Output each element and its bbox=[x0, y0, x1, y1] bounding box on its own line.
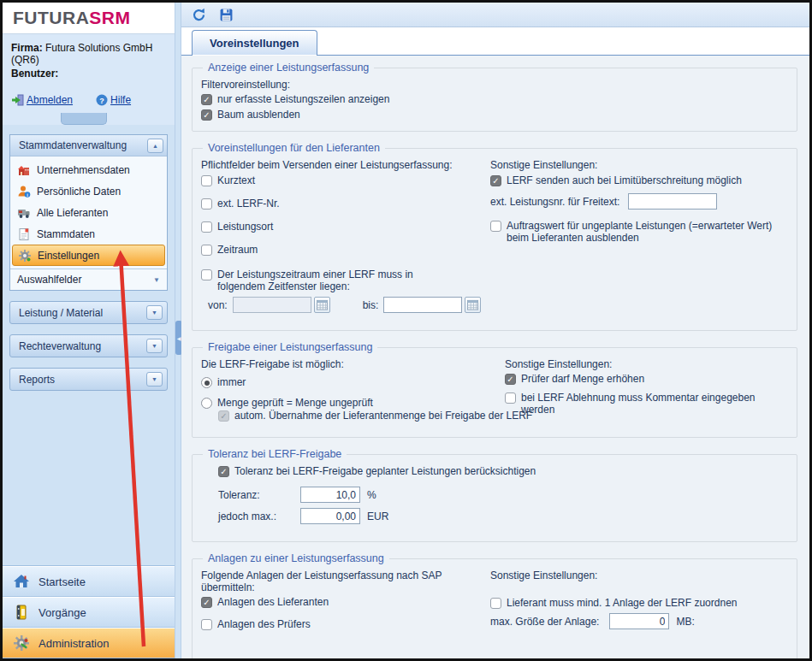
sidebar-item-alle-lieferanten[interactable]: Alle Lieferanten bbox=[12, 202, 165, 223]
group-label: Reports bbox=[19, 374, 55, 386]
sidebar-item-startseite[interactable]: Startseite bbox=[3, 566, 175, 597]
autom-uebernahme-label: autom. Übernahme der Lieferantenmenge be… bbox=[234, 410, 532, 422]
expand-down-button[interactable]: ▼ bbox=[146, 305, 163, 320]
sidebar-item-label: Stammdaten bbox=[37, 228, 95, 240]
autom-uebernahme-checkbox[interactable]: ✓ bbox=[218, 410, 229, 422]
section-anzeige: Anzeige einer Leistungserfassung Filterv… bbox=[192, 62, 797, 132]
admin-gear-icon bbox=[13, 634, 30, 652]
menge-geprueft-label: Menge geprüft = Menge ungeprüft bbox=[217, 397, 373, 409]
groesse-unit: MB: bbox=[676, 616, 694, 628]
zeitfenster-checkbox[interactable] bbox=[201, 269, 212, 280]
save-button[interactable] bbox=[217, 6, 234, 23]
benutzer-label: Benutzer: bbox=[11, 68, 58, 80]
firma-label: Firma: bbox=[11, 42, 43, 54]
header-collapse-area bbox=[3, 113, 175, 125]
sidebar: FUTURASRM Firma: Futura Solutions GmbH (… bbox=[3, 3, 175, 658]
nur-erfasste-label: nur erfasste Leistungszeilen anzeigen bbox=[217, 93, 389, 105]
kurztext-checkbox[interactable] bbox=[201, 175, 212, 186]
pruefer-menge-label: Prüfer darf Menge erhöhen bbox=[521, 373, 644, 385]
ext-lerf-nr-label: ext. LERF-Nr. bbox=[217, 198, 280, 210]
calendar-icon bbox=[467, 299, 478, 310]
collapse-up-button[interactable]: ▲ bbox=[147, 139, 163, 153]
sidebar-item-administration[interactable]: Administration bbox=[3, 628, 175, 658]
ext-lerf-nr-checkbox[interactable] bbox=[201, 198, 212, 210]
auftragswert-checkbox[interactable] bbox=[490, 221, 501, 232]
group-header-reports[interactable]: Reports ▼ bbox=[9, 368, 168, 391]
bis-calendar-button[interactable] bbox=[465, 297, 481, 313]
freitext-label: ext. Leistungsnr. für Freitext: bbox=[490, 196, 619, 208]
jedoch-max-label: jedoch max.: bbox=[218, 511, 300, 522]
chevron-left-icon: ◀ bbox=[177, 335, 181, 341]
group-label: Leistung / Material bbox=[19, 307, 103, 319]
sonstige-label: Sonstige Einstellungen: bbox=[505, 358, 612, 370]
truck-icon bbox=[17, 206, 31, 220]
jedoch-max-input[interactable] bbox=[300, 508, 360, 524]
expand-down-button[interactable]: ▼ bbox=[146, 372, 163, 387]
sonstige-label: Sonstige Einstellungen: bbox=[490, 570, 597, 581]
group-header-rechteverwaltung[interactable]: Rechteverwaltung ▼ bbox=[9, 334, 168, 357]
help-icon: ? bbox=[95, 93, 109, 107]
sidebar-item-einstellungen[interactable]: Einstellungen bbox=[12, 245, 165, 266]
sidebar-item-label: Persönliche Daten bbox=[37, 186, 121, 198]
logo: FUTURASRM bbox=[3, 3, 175, 34]
collapse-handle-top[interactable] bbox=[61, 113, 107, 125]
jedoch-max-unit: EUR bbox=[367, 511, 388, 522]
group-header-leistung-material[interactable]: Leistung / Material ▼ bbox=[9, 301, 168, 324]
von-label: von: bbox=[208, 299, 228, 311]
sidebar-item-persoenliche-daten[interactable]: i Persönliche Daten bbox=[12, 180, 165, 202]
nur-erfasste-checkbox[interactable]: ✓ bbox=[201, 94, 212, 105]
von-date-input[interactable] bbox=[233, 297, 311, 313]
chevron-down-icon: ▼ bbox=[153, 276, 160, 284]
menu-group-stammdaten: Stammdatenverwaltung ▲ Unternehmensdaten… bbox=[9, 134, 168, 291]
tab-voreinstellungen[interactable]: Voreinstellungen bbox=[192, 30, 317, 56]
kurztext-label: Kurztext bbox=[217, 174, 255, 186]
freitext-input[interactable] bbox=[628, 193, 717, 210]
sidebar-item-stammdaten[interactable]: Stammdaten bbox=[12, 223, 165, 245]
calendar-icon bbox=[317, 299, 328, 310]
building-icon bbox=[17, 163, 31, 177]
logout-label: Abmelden bbox=[27, 94, 73, 106]
group-title: Stammdatenverwaltung bbox=[19, 139, 127, 151]
mind-anlage-checkbox[interactable] bbox=[490, 598, 501, 609]
logout-link[interactable]: Abmelden bbox=[11, 93, 73, 107]
group-header-stammdatenverwaltung[interactable]: Stammdatenverwaltung ▲ bbox=[10, 135, 167, 156]
pruefer-menge-checkbox[interactable]: ✓ bbox=[505, 374, 516, 385]
toleranz-checkbox[interactable]: ✓ bbox=[218, 466, 229, 477]
immer-radio[interactable] bbox=[201, 377, 212, 388]
document-icon bbox=[17, 227, 31, 241]
section-anlagen-legend: Anlagen zu einer Leistungserfassung bbox=[203, 552, 389, 564]
sidebar-item-unternehmensdaten[interactable]: Unternehmensdaten bbox=[12, 159, 165, 180]
menge-geprueft-radio[interactable] bbox=[201, 398, 212, 409]
limit-checkbox[interactable]: ✓ bbox=[490, 175, 501, 186]
svg-text:?: ? bbox=[99, 97, 104, 105]
anlagen-lieferant-checkbox[interactable]: ✓ bbox=[201, 597, 212, 608]
expand-down-button[interactable]: ▼ bbox=[146, 339, 163, 353]
anlagen-pruefers-checkbox[interactable] bbox=[201, 619, 212, 630]
zeitfenster-label: Der Leistungszeitraum einer LERF muss in… bbox=[217, 269, 458, 292]
toleranz-input[interactable] bbox=[300, 487, 360, 503]
sidebar-splitter[interactable]: ◀ bbox=[175, 3, 181, 658]
von-calendar-button[interactable] bbox=[314, 297, 330, 313]
bottom-item-label: Vorgänge bbox=[39, 606, 86, 619]
refresh-button[interactable] bbox=[190, 6, 207, 23]
bis-date-input[interactable] bbox=[383, 297, 462, 313]
toleranz-cb-label: Toleranz bei LERF-Freigabe geplanter Lei… bbox=[234, 465, 536, 477]
zeitraum-checkbox[interactable] bbox=[201, 245, 212, 256]
ablehnung-kommentar-checkbox[interactable] bbox=[505, 392, 516, 404]
groesse-input[interactable] bbox=[609, 613, 669, 629]
help-link[interactable]: ? Hilfe bbox=[95, 93, 131, 107]
section-freigabe-legend: Freigabe einer Leistungserfassung bbox=[203, 341, 377, 353]
logout-icon bbox=[11, 93, 25, 107]
section-lieferant: Voreinstellungen für den Lieferanten Pfl… bbox=[192, 142, 797, 331]
leistungsort-checkbox[interactable] bbox=[201, 221, 212, 233]
ablehnung-kommentar-label: bei LERF Ablehnung muss Kommentar eingeg… bbox=[521, 392, 788, 416]
bottom-navigation: Startseite Vorgänge Administration bbox=[3, 565, 175, 658]
sidebar-item-vorgaenge[interactable]: Vorgänge bbox=[3, 597, 175, 628]
anlagen-pruefers-label: Anlagen des Prüfers bbox=[217, 618, 311, 630]
section-freigabe: Freigabe einer Leistungserfassung Die LE… bbox=[192, 341, 797, 438]
group-label: Rechteverwaltung bbox=[19, 340, 101, 352]
auswahlfelder-dropdown[interactable]: Auswahlfelder ▼ bbox=[10, 269, 167, 290]
bottom-item-label: Administration bbox=[39, 637, 109, 650]
baum-ausblenden-checkbox[interactable]: ✓ bbox=[201, 109, 212, 121]
section-toleranz-legend: Toleranz bei LERF-Freigabe bbox=[203, 448, 347, 460]
